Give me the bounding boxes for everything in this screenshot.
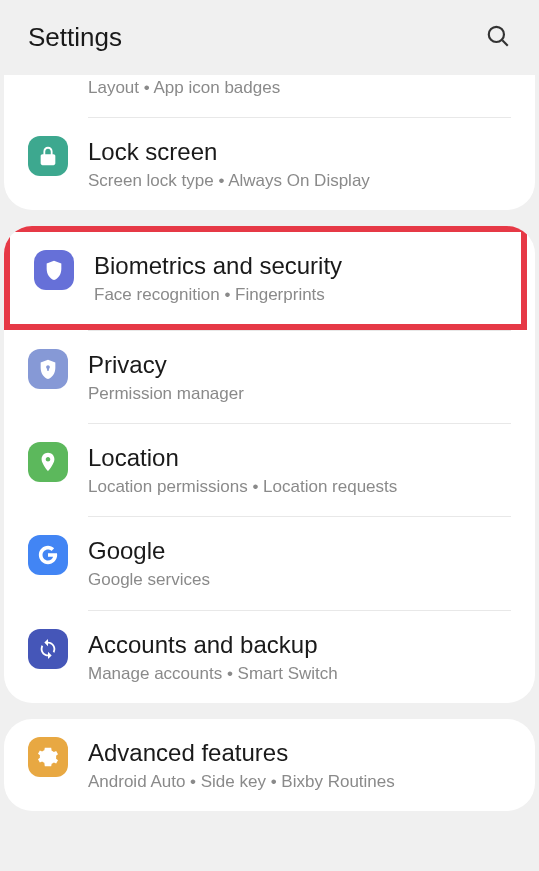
item-content: Lock screen Screen lock type • Always On… — [88, 136, 511, 192]
item-title: Google — [88, 537, 511, 565]
settings-item-homescreen[interactable]: Layout • App icon badges — [4, 75, 535, 117]
item-subtitle: Screen lock type • Always On Display — [88, 170, 511, 192]
item-title: Privacy — [88, 351, 511, 379]
google-icon — [28, 535, 68, 575]
settings-item-google[interactable]: Google Google services — [4, 517, 535, 609]
item-subtitle: Layout • App icon badges — [88, 77, 511, 99]
item-title: Biometrics and security — [94, 252, 497, 280]
location-icon — [28, 442, 68, 482]
item-subtitle: Location permissions • Location requests — [88, 476, 511, 498]
privacy-icon — [28, 349, 68, 389]
item-content: Layout • App icon badges — [88, 75, 511, 99]
item-subtitle: Android Auto • Side key • Bixby Routines — [88, 771, 511, 793]
page-title: Settings — [28, 22, 122, 53]
item-content: Google Google services — [88, 535, 511, 591]
item-subtitle: Manage accounts • Smart Switch — [88, 663, 511, 685]
settings-section-3: Advanced features Android Auto • Side ke… — [4, 719, 535, 811]
item-title: Lock screen — [88, 138, 511, 166]
lock-icon — [28, 136, 68, 176]
item-title: Accounts and backup — [88, 631, 511, 659]
item-content: Accounts and backup Manage accounts • Sm… — [88, 629, 511, 685]
settings-item-accounts[interactable]: Accounts and backup Manage accounts • Sm… — [4, 611, 535, 703]
item-subtitle: Permission manager — [88, 383, 511, 405]
settings-item-biometrics[interactable]: Biometrics and security Face recognition… — [10, 232, 521, 324]
svg-point-0 — [489, 26, 504, 41]
sync-icon — [28, 629, 68, 669]
settings-section-1: Layout • App icon badges Lock screen Scr… — [4, 75, 535, 210]
item-title: Advanced features — [88, 739, 511, 767]
item-subtitle: Face recognition • Fingerprints — [94, 284, 497, 306]
gear-icon — [28, 737, 68, 777]
item-content: Advanced features Android Auto • Side ke… — [88, 737, 511, 793]
item-subtitle: Google services — [88, 569, 511, 591]
header: Settings — [0, 0, 539, 75]
item-content: Privacy Permission manager — [88, 349, 511, 405]
settings-item-advanced[interactable]: Advanced features Android Auto • Side ke… — [4, 719, 535, 811]
svg-line-1 — [502, 40, 507, 45]
shield-icon — [34, 250, 74, 290]
search-button[interactable] — [485, 23, 511, 53]
settings-section-2: Biometrics and security Face recognition… — [4, 226, 535, 702]
settings-item-privacy[interactable]: Privacy Permission manager — [4, 331, 535, 423]
item-title: Location — [88, 444, 511, 472]
settings-item-lockscreen[interactable]: Lock screen Screen lock type • Always On… — [4, 118, 535, 210]
search-icon — [485, 23, 511, 49]
item-content: Biometrics and security Face recognition… — [94, 250, 497, 306]
item-content: Location Location permissions • Location… — [88, 442, 511, 498]
settings-item-location[interactable]: Location Location permissions • Location… — [4, 424, 535, 516]
highlight-box: Biometrics and security Face recognition… — [4, 226, 527, 330]
